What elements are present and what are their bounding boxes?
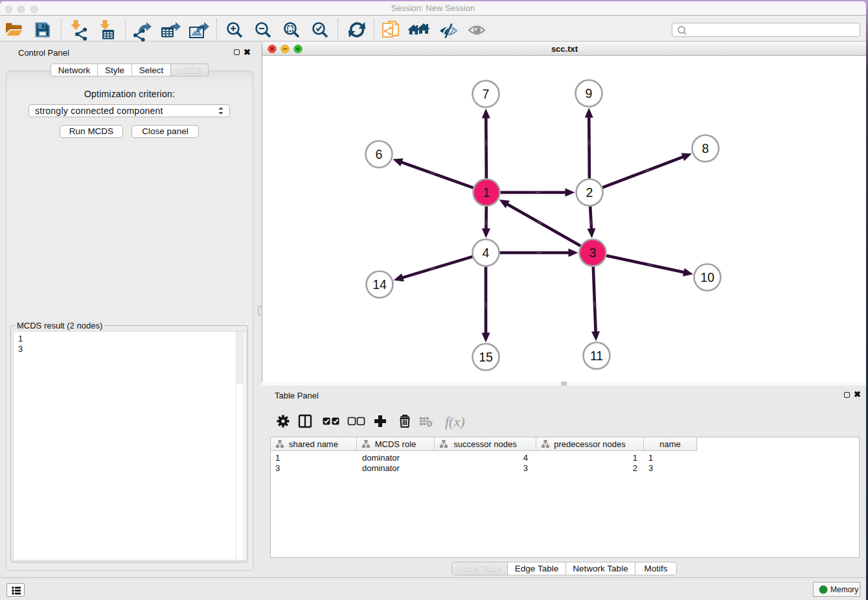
svg-text:7: 7	[483, 87, 490, 101]
svg-text:11: 11	[590, 349, 603, 363]
svg-text:10: 10	[700, 270, 714, 284]
svg-text:15: 15	[479, 350, 493, 364]
svg-text:14: 14	[372, 277, 387, 292]
svg-text:3: 3	[589, 246, 597, 260]
svg-text:6: 6	[376, 147, 383, 161]
svg-text:4: 4	[483, 246, 490, 260]
svg-text:1: 1	[483, 185, 490, 200]
svg-text:8: 8	[702, 141, 709, 156]
svg-text:9: 9	[586, 86, 593, 100]
svg-text:2: 2	[586, 185, 593, 200]
